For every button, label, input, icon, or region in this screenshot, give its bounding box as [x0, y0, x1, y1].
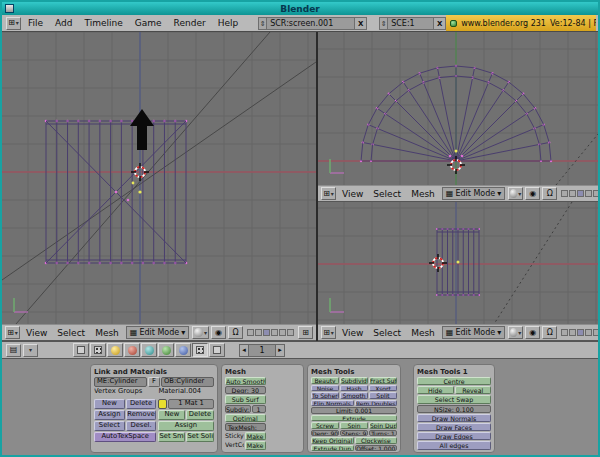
field-steps-9[interactable]: Steps: 9 [340, 430, 368, 437]
button-screw[interactable]: Screw [311, 422, 339, 429]
viewport-top[interactable] [318, 32, 598, 185]
material-color-swatch[interactable] [158, 399, 167, 409]
button-draw-faces[interactable]: Draw Faces [417, 423, 491, 431]
field-degr-30[interactable]: Degr: 30 [225, 386, 266, 394]
button-centre[interactable]: Centre [417, 377, 491, 385]
scene-selector[interactable]: ⇕ SCE:1 X [379, 17, 446, 30]
window-menu-icon[interactable] [5, 4, 14, 13]
button-auto-smooth[interactable]: Auto Smooth [225, 377, 266, 385]
button-delete[interactable]: Delete [126, 399, 157, 409]
button-clockwise[interactable]: Clockwise [355, 437, 398, 444]
browse-screens-icon[interactable]: ⇕ [258, 17, 267, 30]
field-nsize-0-100[interactable]: NSize: 0.100 [417, 405, 491, 413]
layer-button-3[interactable] [577, 329, 584, 336]
scene-icon[interactable] [209, 343, 225, 357]
field-subdiv-1[interactable]: Subdiv: 1 [225, 405, 251, 413]
layer-button-1[interactable] [561, 329, 568, 336]
field-me-cylinder[interactable]: ME:Cylinder [94, 377, 147, 387]
world-icon[interactable] [175, 343, 191, 357]
button-sub-surf[interactable]: Sub Surf [225, 395, 266, 403]
button-extrude[interactable]: Extrude [311, 415, 397, 422]
proportional-edit-icon[interactable]: Ω [542, 326, 557, 339]
field-turns-1[interactable]: Turns: 1 [369, 430, 397, 437]
menu-timeline[interactable]: Timeline [79, 18, 129, 28]
screen-selector[interactable]: ⇕ SCR:screen.001 X [258, 17, 367, 30]
menu-mesh[interactable]: Mesh [90, 328, 124, 338]
layer-button-1[interactable] [247, 329, 254, 336]
browse-scenes-icon[interactable]: ⇕ [379, 17, 388, 30]
scene-name-field[interactable]: SCE:1 [388, 17, 434, 30]
layer-button-2[interactable] [569, 190, 576, 197]
button-delete[interactable]: Delete [186, 410, 213, 420]
menu-render[interactable]: Render [168, 18, 212, 28]
field-degr-90[interactable]: Degr: 90 [311, 430, 339, 437]
button-make[interactable]: Make [245, 432, 266, 440]
button-desel[interactable]: Desel. [126, 421, 157, 431]
field-texmesh[interactable]: TexMesh: [225, 423, 266, 431]
menu-view[interactable]: View [337, 328, 368, 338]
pivot-icon[interactable]: ◉ [525, 187, 540, 200]
button-f[interactable]: F [148, 377, 160, 387]
menu-file[interactable]: File [22, 18, 49, 28]
viewport-side[interactable] [318, 202, 598, 324]
layer-button-1[interactable] [561, 190, 568, 197]
window-type-dropdown-icon[interactable]: ▾ [23, 344, 38, 357]
pivot-icon[interactable]: ◉ [211, 326, 226, 339]
button-draw-edges[interactable]: Draw Edges [417, 432, 491, 440]
draw-type-icon[interactable]: ▾ [508, 187, 523, 200]
logic-icon[interactable] [73, 343, 89, 357]
button-rem-doubles[interactable]: Rem Doubles [355, 400, 398, 407]
button-autotexspace[interactable]: AutoTexSpace [94, 432, 156, 442]
screen-delete-button[interactable]: X [355, 17, 367, 30]
button-hash[interactable]: Hash [340, 385, 368, 392]
menu-select[interactable]: Select [368, 189, 406, 199]
layer-button-5[interactable] [593, 329, 598, 336]
pivot-icon[interactable]: ◉ [525, 326, 540, 339]
button-new[interactable]: New [158, 410, 185, 420]
layer-button-5[interactable] [279, 329, 286, 336]
button-subdivide[interactable]: Subdivide [340, 377, 368, 384]
field-1-mat-1[interactable]: 1 Mat 1 [168, 399, 213, 409]
script-icon[interactable] [90, 343, 106, 357]
mode-selector[interactable]: ▦Edit Mode▾ [126, 326, 189, 339]
field-offset-1-000[interactable]: Offset: 1.000 [355, 445, 398, 452]
mode-selector[interactable]: ▦Edit Mode▾ [442, 326, 505, 339]
lamp-icon[interactable] [107, 343, 123, 357]
menu-add[interactable]: Add [49, 18, 78, 28]
button-spin-dup[interactable]: Spin Dup [369, 422, 397, 429]
menu-help[interactable]: Help [212, 18, 245, 28]
button-noise[interactable]: Noise [311, 385, 339, 392]
menu-view[interactable]: View [21, 328, 52, 338]
button-hide[interactable]: Hide [417, 386, 454, 394]
menu-mesh[interactable]: Mesh [406, 328, 440, 338]
frame-decrement-icon[interactable]: ◂ [239, 344, 249, 357]
button-optimal[interactable]: Optimal [225, 414, 266, 422]
button-xsort[interactable]: Xsort [369, 385, 397, 392]
button-to-sphere[interactable]: To Sphere [311, 392, 339, 399]
render-preview-icon[interactable]: ⊞ [298, 326, 313, 339]
layer-button-4[interactable] [585, 190, 592, 197]
window-type-icon[interactable]: ⊞ ▾ [6, 17, 21, 30]
button-reveal[interactable]: Reveal [455, 386, 492, 394]
viewport-front[interactable] [2, 32, 316, 324]
website-label[interactable]: www.blender.org 231 [461, 19, 546, 28]
frame-number-field[interactable]: 1 [249, 344, 275, 357]
button-beauty[interactable]: Beauty [311, 377, 339, 384]
menu-game[interactable]: Game [129, 18, 168, 28]
frame-increment-icon[interactable]: ▸ [275, 344, 285, 357]
button-spin[interactable]: Spin [340, 422, 368, 429]
button-keep-original[interactable]: Keep Original [311, 437, 354, 444]
layer-button-3[interactable] [263, 329, 270, 336]
scene-delete-button[interactable]: X [434, 17, 446, 30]
window-titlebar[interactable]: Blender [2, 2, 598, 15]
button-assign[interactable]: Assign [158, 421, 213, 431]
button-split[interactable]: Split [369, 392, 397, 399]
layer-button-6[interactable] [287, 329, 294, 336]
draw-type-icon[interactable]: ▾ [508, 326, 523, 339]
viewport-type-icon[interactable]: ⊞▾ [321, 326, 336, 339]
proportional-edit-icon[interactable]: Ω [542, 187, 557, 200]
field-limit-0-001[interactable]: Limit: 0.001 [311, 407, 397, 414]
button-assign[interactable]: Assign [94, 410, 125, 420]
button-extrude-dup[interactable]: Extrude Dup [311, 445, 354, 452]
mode-selector[interactable]: ▦Edit Mode▾ [442, 187, 505, 200]
